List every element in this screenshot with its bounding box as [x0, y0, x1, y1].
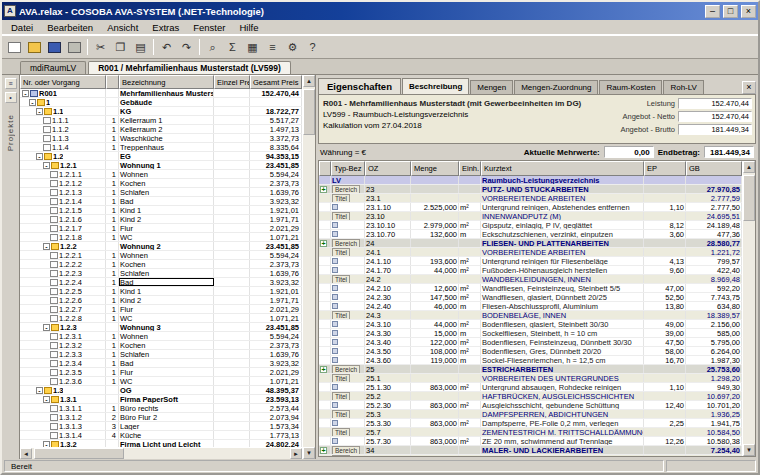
tree-row[interactable]: -1.2.2Wohnung 223.451,85: [20, 242, 302, 251]
tree-row[interactable]: -1.2.1Wohnung 123.451,85: [20, 161, 302, 170]
lv-row[interactable]: 24.1.7044,000m²Fußboden-Höhenausgleich h…: [319, 266, 742, 275]
minimize-button[interactable]: –: [705, 5, 720, 18]
tree-row[interactable]: 1.2.1.71Flur2.021,29: [20, 224, 302, 233]
tree-row[interactable]: 1.2.2.51Kind 11.921,01: [20, 287, 302, 296]
document-tab-2[interactable]: R001 / Mehrfamilienhaus Musterstadt (LV5…: [88, 61, 291, 74]
lv-row[interactable]: 23.10.70132,600mEckschutzschienen, verzi…: [319, 230, 742, 239]
lv-row[interactable]: Titel24.3BODENBELÄGE, INNEN18.389,57: [319, 311, 742, 320]
lv-row[interactable]: Titel25.1VORBEREITEN DES UNTERGRUNDES1.2…: [319, 374, 742, 383]
lv-row[interactable]: 23.1.102.525,000m²Untergrund reinigen, A…: [319, 203, 742, 212]
tree-row[interactable]: -1.2.3Wohnung 323.451,85: [20, 323, 302, 332]
expand-toggle-icon[interactable]: -: [36, 153, 43, 160]
column-header-typ[interactable]: Typ-Bez: [331, 161, 365, 176]
column-header-kurztext[interactable]: Kurztext: [481, 161, 644, 176]
tree-row[interactable]: 1.2.1.61Kind 21.971,71: [20, 215, 302, 224]
lv-row[interactable]: 25.7.30863,000m²ZE 20 mm, schwimmend auf…: [319, 437, 742, 446]
lv-row[interactable]: Titel23.10INNENWANDPUTZ (M)24.695,51: [319, 212, 742, 221]
redo-icon[interactable]: ↷: [177, 38, 196, 57]
list-icon[interactable]: ≡: [263, 38, 282, 57]
tree-row[interactable]: 1.1.31Waschküche3.372,73: [20, 134, 302, 143]
column-header-einzelpreis[interactable]: Einzel Preis: [214, 75, 250, 89]
vscroll-thumb[interactable]: [303, 89, 315, 135]
document-tab-1[interactable]: mdiRaumLV: [20, 61, 86, 74]
tree-row[interactable]: 1.2.1.41Bad3.923,32: [20, 197, 302, 206]
tree-row[interactable]: 1.3.1.44Küche1.773,13: [20, 431, 302, 440]
scroll-down-icon[interactable]: ▼: [303, 447, 315, 459]
scroll-up-icon[interactable]: ▲: [303, 75, 315, 87]
open-folder-icon[interactable]: [25, 38, 44, 57]
tree-row[interactable]: -1.1KG18.722,77: [20, 107, 302, 116]
lv-row[interactable]: 24.3.50108,000m²Bodenfliesen, Gres, Dünn…: [319, 347, 742, 356]
tree-row[interactable]: 1.3.1.11Büro rechts2.573,44: [20, 404, 302, 413]
tree-row[interactable]: 1.2.2.21Kochen2.373,73: [20, 260, 302, 269]
tree-row[interactable]: 1.2.2.61Kind 21.971,71: [20, 296, 302, 305]
lv-row[interactable]: +Bereich25ESTRICHARBEITEN25.753,60: [319, 365, 742, 374]
expand-plus-icon[interactable]: +: [320, 240, 327, 247]
tab-raum-kosten[interactable]: Raum-Kosten: [599, 80, 662, 94]
lv-row[interactable]: Titel24.1VORBEREITENDE ARBEITEN1.221,72: [319, 248, 742, 257]
expand-toggle-icon[interactable]: -: [43, 162, 50, 169]
lv-row[interactable]: Titel24.2WANDBEKLEIDUNGEN, INNEN8.969,48: [319, 275, 742, 284]
lv-row[interactable]: 24.2.30147,500m²Wandfliesen, glasiert, D…: [319, 293, 742, 302]
lv-row[interactable]: Titel25.2HAFTBRÜCKEN, AUSGLEICHSSCHICHTE…: [319, 392, 742, 401]
tree-row[interactable]: 1.2.3.11Wohnen5.594,24: [20, 332, 302, 341]
lv-row[interactable]: 24.3.1044,000m²Bodenfliesen, glasiert, S…: [319, 320, 742, 329]
column-header-menge[interactable]: [106, 75, 119, 89]
column-header-bezeichnung[interactable]: Bezeichnung: [119, 75, 214, 89]
tree-row[interactable]: 1.2.2.41Bad3.923,32: [20, 278, 302, 287]
explorer-toggle-icon[interactable]: ≡: [5, 78, 17, 89]
tab-mengen[interactable]: Mengen: [470, 80, 513, 94]
tree-row[interactable]: 1.1.41Treppenhaus8.335,64: [20, 143, 302, 152]
expand-plus-icon[interactable]: +: [320, 366, 327, 373]
paste-icon[interactable]: ▤: [131, 38, 150, 57]
pin-icon[interactable]: •: [5, 92, 17, 103]
tree-grid-hscrollbar[interactable]: ◄ ►: [20, 447, 302, 459]
search-icon[interactable]: ⌕: [203, 38, 222, 57]
lv-row[interactable]: 25.2.30863,000m²Ausgleichsschicht, gebun…: [319, 401, 742, 410]
panel-close-icon[interactable]: ×: [742, 81, 756, 94]
expand-toggle-icon[interactable]: -: [36, 108, 43, 115]
save-icon[interactable]: [45, 38, 64, 57]
column-header-gesamtpreis[interactable]: Gesamt Preis: [250, 75, 302, 89]
tree-row[interactable]: 1.2.1.81WC1.071,21: [20, 233, 302, 242]
column-header-ep[interactable]: EP: [644, 161, 686, 176]
lv-row[interactable]: Titel25.3DAMPFSPERREN, ABDICHTUNGEN1.936…: [319, 410, 742, 419]
lv-row[interactable]: +Bereich24FLIESEN- UND PLATTENARBEITEN28…: [319, 239, 742, 248]
close-button[interactable]: ×: [741, 5, 756, 18]
cut-icon[interactable]: ✂: [91, 38, 110, 57]
lv-row[interactable]: +Bereich23PUTZ- UND STUCKARBEITEN27.970,…: [319, 185, 742, 194]
lv-row[interactable]: 24.2.4046,000mFliesen-Abschlussprofil, A…: [319, 302, 742, 311]
tree-row[interactable]: 1.3.1.22Büro Flur 22.073,94: [20, 413, 302, 422]
tree-row[interactable]: 1.2.3.51Flur2.021,29: [20, 368, 302, 377]
expand-plus-icon[interactable]: +: [320, 447, 327, 454]
tree-row[interactable]: -1.3.2Firma Licht und Leicht24.802,24: [20, 440, 302, 447]
tree-row[interactable]: 1.2.1.11Wohnen5.594,24: [20, 170, 302, 179]
tree-row[interactable]: -1.3OG48.395,37: [20, 386, 302, 395]
lv-table-vscrollbar[interactable]: ▲ ▼: [742, 161, 755, 456]
tree-grid-vscrollbar[interactable]: ▲ ▼: [302, 75, 315, 459]
sum-icon[interactable]: Σ: [223, 38, 242, 57]
tree-row[interactable]: 1.1.21Kellerraum 21.497,13: [20, 125, 302, 134]
lv-row[interactable]: Titel23.1VORBEREITENDE ARBEITEN2.777,59: [319, 194, 742, 203]
expand-toggle-icon[interactable]: -: [36, 387, 43, 394]
vscroll-thumb[interactable]: [743, 175, 755, 221]
tree-row[interactable]: -1.3.1Firma PaperSoft23.593,13: [20, 395, 302, 404]
menu-item-datei[interactable]: Datei: [4, 21, 40, 34]
tree-row[interactable]: 1.2.3.21Kochen2.373,73: [20, 341, 302, 350]
tree-row[interactable]: -1.2EG94.353,15: [20, 152, 302, 161]
column-header-nr[interactable]: Nr. oder Vorgang: [20, 75, 106, 89]
tab-roh-lv[interactable]: Roh-LV: [663, 80, 704, 94]
maximize-button[interactable]: □: [723, 5, 738, 18]
summary-field-value[interactable]: 152.470,44: [678, 111, 752, 122]
lv-row[interactable]: 25.3.30863,000m²Dampfsperre, PE-Folie 0,…: [319, 419, 742, 428]
lv-row[interactable]: Titel25.7ZEMENTESTRICH M. TRITTSCHALLDÄM…: [319, 428, 742, 437]
tree-row[interactable]: 1.1.11Kellerraum 15.517,27: [20, 116, 302, 125]
lv-row[interactable]: 24.3.60119,000mSockel-Fliesenriemchen, h…: [319, 356, 742, 365]
table-icon[interactable]: ▦: [243, 38, 262, 57]
expand-toggle-icon[interactable]: -: [29, 99, 36, 106]
tree-row[interactable]: 1.2.1.31Schlafen1.639,76: [20, 188, 302, 197]
print-icon[interactable]: [65, 38, 84, 57]
lv-row[interactable]: 24.3.3015,000mSockelfliesen, Steinbett, …: [319, 329, 742, 338]
expand-toggle-icon[interactable]: -: [43, 396, 50, 403]
column-header-gb[interactable]: GB: [686, 161, 742, 176]
